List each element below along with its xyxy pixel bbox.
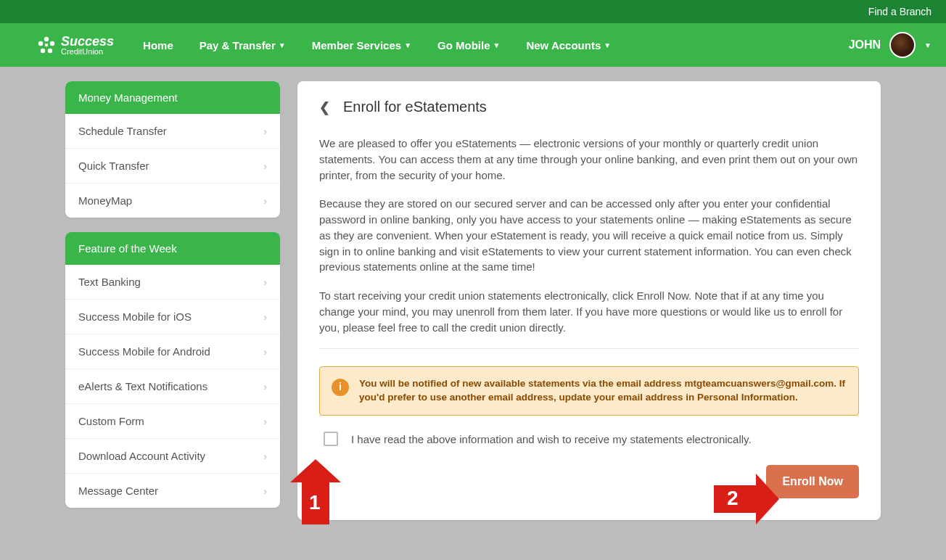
sidebar-item-label: Success Mobile for iOS [78,310,192,323]
chevron-down-icon: ▼ [279,41,286,49]
chevron-right-icon: › [263,450,267,462]
sidebar-item-download-activity[interactable]: Download Account Activity› [65,439,280,474]
logo[interactable]: Success CreditUnion [36,35,114,56]
chevron-right-icon: › [263,311,267,323]
logo-icon [36,35,57,55]
nav-member-label: Member Services [312,39,401,52]
svg-point-2 [48,49,52,53]
nav-pay-transfer[interactable]: Pay & Transfer▼ [200,39,286,52]
avatar[interactable] [889,32,916,58]
sidebar-item-custom-form[interactable]: Custom Form› [65,404,280,439]
svg-point-3 [41,49,45,53]
sidebar-item-label: MoneyMap [78,194,132,207]
nav-new-accounts[interactable]: New Accounts▼ [526,39,611,52]
callout-arrow-2: 2 [714,474,779,524]
info-icon: i [332,379,349,396]
chevron-right-icon: › [263,125,267,137]
svg-point-5 [45,44,48,46]
chevron-right-icon: › [263,195,267,207]
chevron-right-icon: › [263,276,267,288]
body-text: We are pleased to offer you eStatements … [319,136,859,335]
logo-text-top: Success [61,35,114,48]
nav-home[interactable]: Home [143,39,173,52]
nav-go-mobile[interactable]: Go Mobile▼ [437,39,500,52]
intro-paragraph-3: To start receiving your credit union sta… [319,288,859,335]
logo-text-bottom: CreditUnion [61,48,114,56]
user-name: JOHN [849,38,881,52]
svg-point-4 [38,41,43,46]
sidebar-item-label: Success Mobile for Android [78,345,210,358]
sidebar-item-mobile-ios[interactable]: Success Mobile for iOS› [65,300,280,334]
sidebar-item-label: Quick Transfer [78,160,149,172]
sidebar-item-label: Custom Form [78,415,144,427]
nav-pay-label: Pay & Transfer [200,39,276,52]
nav-new-label: New Accounts [526,39,601,52]
intro-paragraph-1: We are pleased to offer you eStatements … [319,136,859,183]
enroll-now-button[interactable]: Enroll Now [766,465,859,498]
sidebar-group-money-management: Money Management [65,81,280,114]
back-button[interactable]: ❮ [319,99,330,115]
page-title: Enroll for eStatements [343,99,487,115]
svg-marker-7 [714,474,779,524]
nav-mobile-label: Go Mobile [437,39,490,52]
chevron-down-icon[interactable]: ▼ [924,41,931,49]
chevron-down-icon: ▼ [604,41,611,49]
chevron-right-icon: › [263,416,267,427]
chevron-right-icon: › [263,381,267,392]
sidebar-item-schedule-transfer[interactable]: Schedule Transfer› [65,114,280,149]
sidebar-item-quick-transfer[interactable]: Quick Transfer› [65,149,280,184]
divider [319,348,859,349]
sidebar-item-label: Download Account Activity [78,450,205,462]
chevron-right-icon: › [263,485,267,497]
sidebar-item-ealerts[interactable]: eAlerts & Text Notifications› [65,369,280,404]
info-text: You will be notified of new available st… [359,377,847,405]
sidebar-item-label: Schedule Transfer [78,125,167,137]
consent-checkbox[interactable] [324,432,338,446]
chevron-right-icon: › [263,346,267,358]
callout-number-2: 2 [727,487,739,510]
consent-label: I have read the above information and wi… [351,433,752,445]
svg-point-1 [50,41,54,46]
callout-arrow-1: 1 [290,459,341,524]
sidebar-group-feature-week: Feature of the Week [65,232,280,265]
chevron-down-icon: ▼ [493,41,501,49]
find-branch-link[interactable]: Find a Branch [868,6,931,17]
sidebar-item-label: Text Banking [78,276,141,288]
sidebar-item-message-center[interactable]: Message Center› [65,474,280,508]
info-notice: i You will be notified of new available … [319,366,859,416]
callout-number-1: 1 [309,491,321,514]
nav-member-services[interactable]: Member Services▼ [312,39,411,52]
nav-home-label: Home [143,39,173,52]
sidebar-item-mobile-android[interactable]: Success Mobile for Android› [65,334,280,369]
sidebar-item-moneymap[interactable]: MoneyMap› [65,184,280,218]
chevron-right-icon: › [263,160,267,172]
intro-paragraph-2: Because they are stored on our secured s… [319,196,859,275]
sidebar-item-text-banking[interactable]: Text Banking› [65,265,280,300]
sidebar-item-label: Message Center [78,485,158,497]
sidebar-item-label: eAlerts & Text Notifications [78,380,207,392]
svg-point-0 [44,37,49,41]
chevron-down-icon: ▼ [404,41,411,49]
